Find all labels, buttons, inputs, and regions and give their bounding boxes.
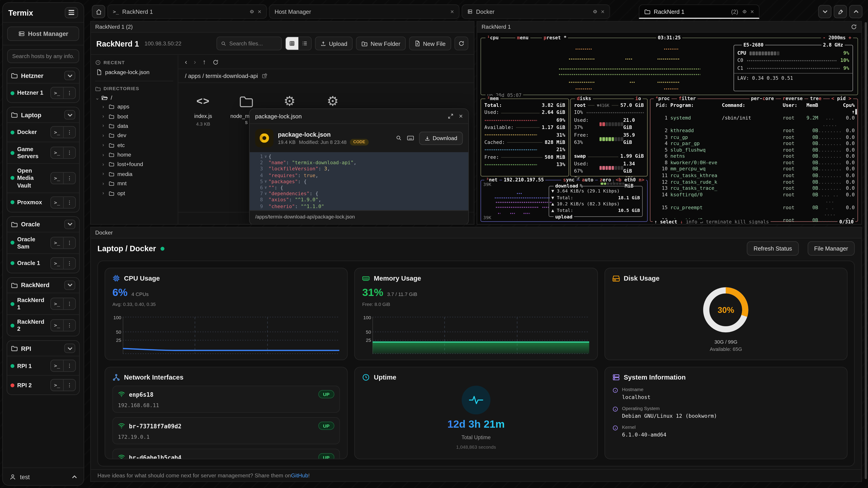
process-row[interactable]: 14 ksoftirqd/0 root 0B ... .. ... 0.0 <box>651 192 858 205</box>
kebab-menu-icon[interactable]: ⋮ <box>63 258 75 269</box>
search-hosts-input[interactable] <box>7 49 79 63</box>
tools-button[interactable] <box>834 5 847 18</box>
user-menu[interactable]: test <box>3 467 84 485</box>
process-row[interactable]: 13 rcu_tasks_trace_ root 0B ......... 0.… <box>651 186 858 192</box>
process-row[interactable]: 1 systemd /sbin/init root 9.2M ... .....… <box>651 115 858 128</box>
tree-item[interactable]: › home <box>95 150 173 160</box>
close-icon[interactable]: × <box>258 8 261 15</box>
group-header[interactable]: Laptop <box>7 107 79 122</box>
host-row[interactable]: RackNerd 1 >_⋮ <box>7 293 79 314</box>
network-interface-row[interactable]: br-73718f7a09d2 UP 172.19.0.1 <box>112 417 340 445</box>
network-interface-row[interactable]: enp6s18 UP 192.168.68.11 <box>112 386 340 413</box>
close-icon[interactable]: × <box>459 112 463 120</box>
tab-docker[interactable]: Docker × <box>462 4 610 19</box>
search-files-input[interactable] <box>229 40 274 46</box>
group-header[interactable]: Oracle <box>7 217 79 232</box>
nav-up-icon[interactable]: ↑ <box>203 58 206 66</box>
code-viewer[interactable]: 1 ∨ { 2 "name": "termix-download-api", <box>250 152 468 210</box>
host-manager-button[interactable]: Host Manager <box>7 27 79 41</box>
collapse-all-button[interactable] <box>818 5 832 18</box>
host-row[interactable]: Docker >_⋮ <box>7 122 79 142</box>
tab-host-manager[interactable]: Host Manager × <box>269 4 459 19</box>
close-icon[interactable]: × <box>750 8 754 15</box>
network-interface-row[interactable]: br-d6abe1b5cab4 UP 172.20.0.1 <box>112 449 340 459</box>
search-files-box[interactable] <box>217 37 282 51</box>
nav-back-icon[interactable]: ‹ <box>185 58 187 66</box>
host-row[interactable]: Proxmox >_⋮ <box>7 192 79 212</box>
tree-item[interactable]: › etc <box>95 140 173 150</box>
split-view-icon[interactable] <box>592 9 597 14</box>
refresh-icon[interactable] <box>213 59 219 65</box>
process-row[interactable]: 3 rcu_gp root 0B ......... 0.0 <box>651 134 858 140</box>
split-view-icon[interactable] <box>742 8 747 14</box>
terminal-screen[interactable]: ¹cpu menu preset * 03:31:25 - 2000ms + u… <box>477 33 862 224</box>
terminal-icon[interactable]: >_ <box>51 298 63 309</box>
breadcrumb[interactable]: / apps / termix-download-api <box>185 72 258 79</box>
terminal-icon[interactable]: >_ <box>51 380 63 391</box>
host-row[interactable]: Hetzner 1 >_⋮ <box>7 83 79 102</box>
kebab-menu-icon[interactable]: ⋮ <box>63 88 75 98</box>
tab-racknerd1-terminal[interactable]: >_ RackNerd 1 × <box>107 4 267 19</box>
terminal-icon[interactable]: >_ <box>51 147 63 158</box>
host-row[interactable]: RPI 1 >_⋮ <box>7 356 79 376</box>
chevron-down-icon[interactable] <box>64 219 75 229</box>
download-button[interactable]: Download <box>419 131 463 145</box>
terminal-icon[interactable]: >_ <box>51 320 63 331</box>
terminal-icon[interactable]: >_ <box>51 360 63 371</box>
tree-root[interactable]: ⌄ / <box>95 91 173 102</box>
grid-view-button[interactable] <box>286 37 298 50</box>
recent-file[interactable]: package-lock.json <box>95 65 173 76</box>
tree-item[interactable]: › data <box>95 121 173 131</box>
group-header[interactable]: Hetzner <box>7 68 79 83</box>
close-icon[interactable]: × <box>450 8 454 15</box>
host-row[interactable]: Open Media Vault >_⋮ <box>7 163 79 192</box>
process-row[interactable]: 10 mm_percpu_wq root 0B ......... 0.0 <box>651 166 858 173</box>
vertical-scrollbar[interactable] <box>865 22 867 479</box>
process-row[interactable]: 4 rcu_par_gp root 0B ......... 0.0 <box>651 141 858 147</box>
process-row[interactable]: 2 kthreadd root 0B ......... 0.0 <box>651 128 858 134</box>
nav-forward-icon[interactable]: › <box>194 58 196 66</box>
file-manager-button[interactable]: File Manager <box>807 241 855 256</box>
kebab-menu-icon[interactable]: ⋮ <box>63 298 75 309</box>
chevron-down-icon[interactable] <box>64 281 75 290</box>
chevron-down-icon[interactable] <box>64 110 75 120</box>
process-row[interactable]: 5 slub_flushwq root 0B ......... 0.0 <box>651 147 858 153</box>
tree-item[interactable]: › dev <box>95 131 173 140</box>
close-icon[interactable]: × <box>601 8 604 15</box>
upload-button[interactable]: Upload <box>315 37 353 51</box>
kebab-menu-icon[interactable]: ⋮ <box>63 147 75 158</box>
keyboard-icon[interactable] <box>407 135 414 141</box>
tree-item[interactable]: › apps <box>95 102 173 111</box>
edit-path-icon[interactable] <box>262 73 267 78</box>
host-row[interactable]: RackNerd 2 >_⋮ <box>7 314 79 336</box>
chevron-down-icon[interactable] <box>64 344 75 353</box>
process-row[interactable]: 15 rcu_preempt root 0B . . .... 0.0 <box>651 205 858 218</box>
github-link[interactable]: GitHub <box>291 473 308 479</box>
kebab-menu-icon[interactable]: ⋮ <box>63 127 75 138</box>
refresh-icon[interactable] <box>851 24 857 30</box>
group-header[interactable]: RPI <box>7 341 79 356</box>
group-header[interactable]: RackNerd <box>7 278 79 293</box>
tree-item[interactable]: › boot <box>95 111 173 121</box>
chevron-up-icon[interactable] <box>72 475 77 478</box>
expand-icon[interactable] <box>448 113 453 119</box>
file-item[interactable]: <> index.js 4.3 KB <box>186 92 220 128</box>
refresh-status-button[interactable]: Refresh Status <box>747 241 799 256</box>
terminal-icon[interactable]: >_ <box>51 88 63 98</box>
terminal-icon[interactable]: >_ <box>51 237 63 248</box>
process-row[interactable]: 6 netns root 0B ......... 0.0 <box>651 153 858 160</box>
new-file-button[interactable]: New File <box>409 37 451 51</box>
home-button[interactable] <box>92 5 105 18</box>
new-folder-button[interactable]: New Folder <box>356 37 406 51</box>
tree-item[interactable]: › lost+found <box>95 160 173 169</box>
expand-button[interactable] <box>849 5 863 18</box>
terminal-icon[interactable]: >_ <box>51 127 63 138</box>
kebab-menu-icon[interactable]: ⋮ <box>63 197 75 208</box>
host-row[interactable]: Game Servers >_⋮ <box>7 142 79 163</box>
kebab-menu-icon[interactable]: ⋮ <box>63 380 75 391</box>
tab-racknerd1-files[interactable]: RackNerd 1 (2) × <box>639 4 760 19</box>
host-row[interactable]: Oracle 1 >_⋮ <box>7 253 79 273</box>
kebab-menu-icon[interactable]: ⋮ <box>63 320 75 331</box>
process-row[interactable]: 12 rcu_tasks_rude_k root 0B ......... 0.… <box>651 179 858 185</box>
chevron-down-icon[interactable] <box>64 71 75 80</box>
